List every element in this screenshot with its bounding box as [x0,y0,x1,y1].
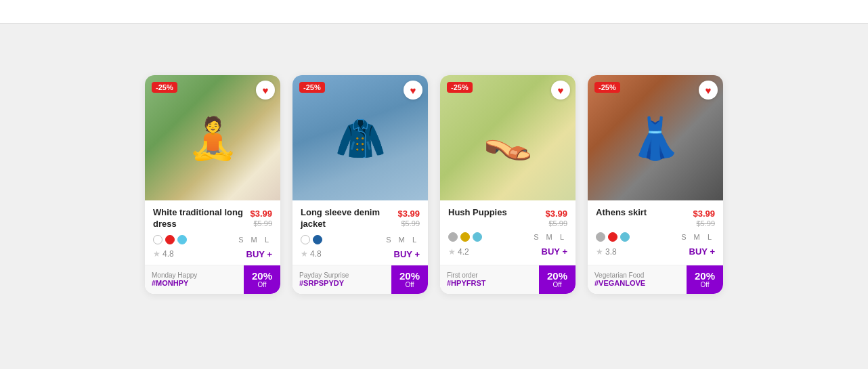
size-option-S[interactable]: S [678,232,689,242]
wishlist-button[interactable]: ♥ [551,81,570,100]
size-option-L[interactable]: L [409,234,420,245]
title-price-row: Athens skirt$3.99$5.99 [596,207,715,227]
buy-button[interactable]: BUY + [246,249,272,259]
product-image-2: -25%♥ [292,75,428,200]
title-price-row: Hush Puppies$3.99$5.99 [448,207,567,227]
size-option-M[interactable]: M [248,234,259,245]
wishlist-button[interactable]: ♥ [699,81,718,100]
price-block: $3.99$5.99 [397,207,420,227]
page-container: -25%♥White traditional long dress$3.99$5… [0,0,868,369]
color-swatch-red[interactable] [165,235,175,244]
coupon-code[interactable]: #MONHPY [152,279,237,287]
size-option-M[interactable]: M [396,234,407,245]
product-card-4: -25%♥Athens skirt$3.99$5.99SML★3.8BUY +V… [588,75,723,294]
rating-buy-row: ★4.8BUY + [301,249,420,259]
size-option-S[interactable]: S [531,232,542,242]
wishlist-button[interactable]: ♥ [404,81,422,100]
coupon-discount: 20%Off [391,265,428,294]
buy-button[interactable]: BUY + [689,246,715,257]
product-cards-row: -25%♥White traditional long dress$3.99$5… [131,55,737,314]
original-price: $5.99 [397,219,420,227]
top-navigation-bar [0,0,868,24]
product-rating: ★3.8 [596,247,617,257]
color-swatch-gray[interactable] [448,232,458,242]
buy-button[interactable]: BUY + [394,249,420,259]
coupon-percent: 20% [399,271,420,281]
coupon-left: Monday Happy#MONHPY [145,265,244,294]
coupon-banner: Monday Happy#MONHPY20%Off [145,265,280,294]
coupon-code[interactable]: #VEGANLOVE [594,279,680,287]
coupon-left: Payday Surprise#SRPSPYDY [292,265,391,294]
buy-button[interactable]: BUY + [542,246,567,257]
color-swatch-red[interactable] [608,232,617,242]
star-icon: ★ [301,249,308,259]
coupon-off-label: Off [700,281,709,288]
size-option-L[interactable]: L [261,234,272,245]
color-size-row: SML [301,234,420,245]
discount-badge: -25% [447,82,473,93]
color-swatch-dblue[interactable] [313,235,322,244]
color-swatch-gray[interactable] [596,232,605,242]
card-body: Athens skirt$3.99$5.99SML★3.8BUY + [588,200,723,265]
original-price: $5.99 [693,219,715,227]
coupon-banner: Vegetarian Food#VEGANLOVE20%Off [588,265,723,294]
product-card-1: -25%♥White traditional long dress$3.99$5… [145,75,280,294]
color-swatches [448,232,482,242]
rating-value: 4.2 [458,247,469,257]
color-swatch-white[interactable] [153,235,162,244]
sale-price: $3.99 [545,209,567,219]
size-option-M[interactable]: M [544,232,555,242]
price-block: $3.99$5.99 [693,207,715,227]
discount-badge: -25% [594,82,620,93]
product-image-4: -25%♥ [588,75,723,200]
rating-value: 4.8 [310,249,322,259]
size-options: SML [678,232,715,242]
coupon-percent: 20% [252,271,272,281]
color-swatches [301,235,322,244]
price-block: $3.99$5.99 [545,207,567,227]
sale-price: $3.99 [693,209,715,219]
coupon-off-label: Off [257,281,266,288]
star-icon: ★ [448,247,456,257]
product-title: Long sleeve denim jacket [301,207,393,230]
coupon-left: Vegetarian Food#VEGANLOVE [588,265,687,294]
size-option-S[interactable]: S [383,234,394,245]
card-body: White traditional long dress$3.99$5.99SM… [145,200,280,265]
coupon-code[interactable]: #SRPSPYDY [299,279,385,287]
size-options: SML [383,234,420,245]
sale-price: $3.99 [397,209,420,219]
product-title: Athens skirt [596,207,689,219]
color-swatch-white[interactable] [301,235,310,244]
price-block: $3.99$5.99 [250,207,272,227]
product-rating: ★4.8 [153,249,174,259]
coupon-discount: 20%Off [687,265,723,294]
star-icon: ★ [596,247,603,257]
color-size-row: SML [448,232,567,242]
size-option-M[interactable]: M [691,232,702,242]
coupon-left: First order#HPYFRST [440,265,539,294]
discount-badge: -25% [152,82,177,93]
coupon-percent: 20% [695,271,715,281]
coupon-banner: First order#HPYFRST20%Off [440,265,576,294]
wishlist-button[interactable]: ♥ [256,81,275,100]
coupon-code[interactable]: #HPYFRST [447,279,532,287]
color-swatch-gold[interactable] [460,232,470,242]
coupon-label: Vegetarian Food [594,272,680,279]
coupon-discount: 20%Off [539,265,576,294]
color-swatches [153,235,187,244]
size-option-L[interactable]: L [704,232,715,242]
product-card-2: -25%♥Long sleeve denim jacket$3.99$5.99S… [292,75,428,294]
color-swatch-blue[interactable] [177,235,187,244]
original-price: $5.99 [250,219,272,227]
color-swatch-lblue[interactable] [620,232,630,242]
rating-buy-row: ★3.8BUY + [596,246,715,257]
coupon-label: Monday Happy [152,272,237,279]
size-option-L[interactable]: L [557,232,567,242]
color-swatch-lblue[interactable] [473,232,482,242]
title-price-row: Long sleeve denim jacket$3.99$5.99 [301,207,420,230]
sale-price: $3.99 [250,209,272,219]
title-price-row: White traditional long dress$3.99$5.99 [153,207,272,230]
coupon-off-label: Off [552,281,561,288]
product-image-1: -25%♥ [145,75,280,200]
size-option-S[interactable]: S [236,234,246,245]
